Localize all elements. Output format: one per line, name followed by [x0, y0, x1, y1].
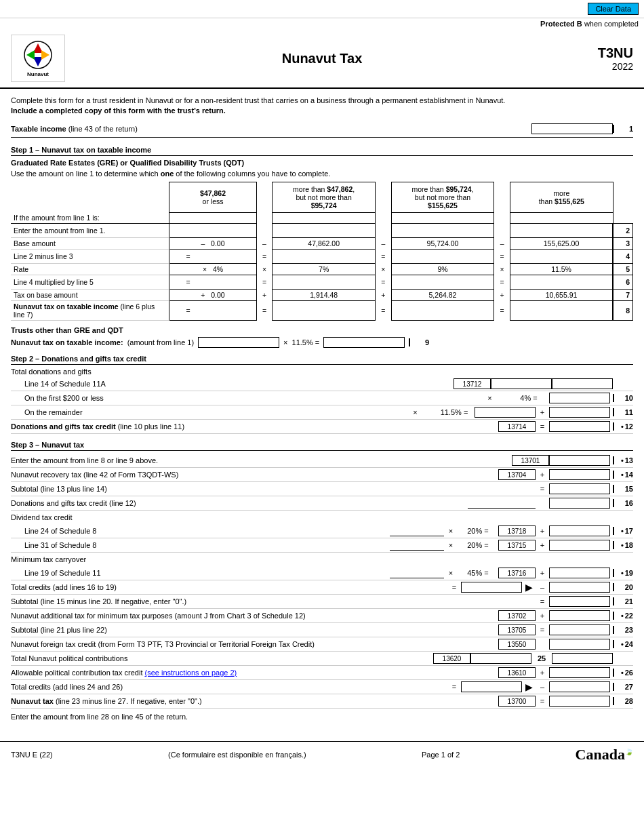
table-row: Rate × 4% × 7% × 9% × 11.5% 5 — [11, 264, 633, 275]
table-row: Nunavut tax on taxable income (line 6 pl… — [11, 301, 633, 321]
taxable-income-sublabel: (line 43 of the return) — [68, 125, 138, 133]
trusts-other-label: Nunavut tax on taxable income: — [11, 338, 123, 346]
input-19a[interactable] — [390, 568, 444, 578]
step2-title: Step 2 – Donations and gifts tax credit — [11, 355, 633, 365]
line-10-number: 10 — [613, 394, 633, 402]
input-line21[interactable] — [549, 596, 610, 607]
line-12-number: 12 — [613, 422, 633, 431]
step2-row-donations-credit: Donations and gifts tax credit (line 10 … — [11, 420, 633, 434]
input-13704[interactable] — [549, 469, 610, 480]
input-13712[interactable] — [491, 378, 552, 389]
line-21-number: 21 — [613, 597, 633, 605]
step1-subtitle: Graduated Rate Estates (GRE) or Qualifie… — [11, 159, 633, 167]
step3-row-24: Nunavut foreign tax credit (from Form T3… — [11, 637, 633, 652]
step2-row-remainder: On the remainder × 11.5% = + 11 — [11, 405, 633, 420]
line-9-number: 9 — [409, 338, 429, 346]
input-13620[interactable] — [470, 653, 531, 664]
step2-row-11a: Line 14 of Schedule 11A 13712 — [11, 377, 633, 391]
line-17-number: 17 — [613, 527, 633, 535]
input-13701[interactable] — [549, 455, 610, 466]
line-28-number: 28 — [613, 697, 633, 705]
input-18a[interactable] — [390, 540, 444, 551]
line28-note: Enter the amount from line 28 on line 45… — [11, 713, 633, 721]
trusts-other-section: Trusts other than GRE and QDT Nunavut ta… — [11, 326, 633, 348]
code-13714: 13714 — [498, 421, 536, 432]
input-line11[interactable] — [475, 407, 536, 418]
step3-row-13: Enter the amount from line 8 or line 9 a… — [11, 454, 633, 468]
step3-row-14: Nunavut recovery tax (line 42 of Form T3… — [11, 468, 633, 482]
form-header: Nunavut Nunavut Tax T3NU 2022 — [0, 29, 644, 89]
taxable-income-row: Taxable income (line 43 of the return) 1 — [11, 123, 633, 138]
trusts-other-input[interactable] — [198, 337, 279, 348]
input-line25-right[interactable] — [552, 653, 613, 664]
footer-page: Page 1 of 2 — [422, 751, 460, 759]
step3-row-25: Total Nunavut political contributions 13… — [11, 652, 633, 666]
step3-row-22: Nunavut additional tax for minimum tax p… — [11, 609, 633, 623]
top-bar: Clear Data — [0, 0, 644, 18]
input-13716[interactable] — [549, 568, 610, 578]
input-line27[interactable] — [461, 681, 522, 692]
protected-notice: Protected B when completed — [0, 18, 644, 29]
step3-row-15: Subtotal (line 13 plus line 14) = 15 — [11, 482, 633, 496]
code-13718: 13718 — [498, 525, 536, 536]
step3-row-26: Allowable political contribution tax cre… — [11, 666, 633, 680]
page-footer: T3NU E (22) (Ce formulaire est disponibl… — [0, 741, 644, 768]
input-line11-right[interactable] — [549, 407, 610, 418]
input-13550[interactable] — [549, 639, 610, 650]
step3-row-23: Subtotal (line 21 plus line 22) 13705 = … — [11, 623, 633, 637]
taxable-income-field[interactable] — [532, 124, 612, 134]
input-13715[interactable] — [549, 540, 610, 551]
input-line10[interactable] — [549, 393, 610, 403]
input-13702[interactable] — [549, 610, 610, 621]
input-13718[interactable] — [549, 525, 610, 536]
input-line20[interactable] — [461, 582, 522, 593]
trusts-other-result[interactable] — [323, 337, 405, 348]
footer-form-id: T3NU E (22) — [11, 751, 53, 759]
trusts-other-title: Trusts other than GRE and QDT — [11, 326, 633, 334]
line-15-number: 15 — [613, 485, 633, 493]
table-row: Base amount – 0.00 – 47,862.00 – 95,724.… — [11, 238, 633, 250]
clear-data-button[interactable]: Clear Data — [588, 3, 639, 15]
step3-row-21: Subtotal (line 15 minus line 20. If nega… — [11, 595, 633, 609]
input-line15[interactable] — [549, 483, 610, 494]
taxable-income-label: Taxable income — [11, 125, 66, 133]
trusts-other-amount: (amount from line 1) — [127, 338, 194, 346]
step2-section: Step 2 – Donations and gifts tax credit … — [11, 355, 633, 434]
taxable-income-input[interactable] — [531, 123, 613, 134]
code-13705: 13705 — [498, 624, 536, 635]
svg-text:Nunavut: Nunavut — [27, 71, 49, 77]
trusts-other-row: Nunavut tax on taxable income: (amount f… — [11, 337, 633, 348]
step3-title: Step 3 – Nunavut tax — [11, 441, 633, 451]
step3-div-tax-header: Dividend tax credit — [11, 511, 633, 524]
line-14-number: 14 — [613, 471, 633, 479]
input-line20-right[interactable] — [549, 582, 610, 593]
footer-french-note: (Ce formulaire est disponible en françai… — [168, 751, 306, 759]
line-20-number: 20 — [613, 583, 633, 591]
svg-marker-1 — [33, 43, 43, 53]
table-row: If the amount from line 1 is: — [11, 212, 633, 224]
input-13610[interactable] — [549, 667, 610, 678]
input-11a-right[interactable] — [552, 378, 613, 389]
input-line27-right[interactable] — [549, 681, 610, 692]
step1-instruction: Use the amount on line 1 to determine wh… — [11, 170, 633, 178]
line-13-number: 13 — [613, 456, 633, 464]
code-13620: 13620 — [433, 653, 470, 664]
code-13550: 13550 — [498, 639, 536, 650]
input-line16[interactable] — [468, 498, 536, 509]
code-13700: 13700 — [498, 696, 536, 707]
nunavut-logo: Nunavut — [11, 35, 65, 82]
input-13714[interactable] — [549, 421, 610, 432]
step1-title: Step 1 – Nunavut tax on taxable income — [11, 146, 633, 156]
code-13702: 13702 — [498, 610, 536, 621]
input-13705[interactable] — [549, 624, 610, 635]
line-18-number: 18 — [613, 541, 633, 549]
input-13700[interactable] — [549, 696, 610, 707]
input-17a[interactable] — [390, 525, 444, 536]
code-13712: 13712 — [454, 378, 491, 389]
line-27-number: 27 — [613, 683, 633, 691]
step3-row-16: Donations and gifts tax credit (line 12)… — [11, 496, 633, 511]
form-year: 2022 — [579, 61, 633, 72]
instructions-link[interactable]: (see instructions on page 2) — [145, 669, 237, 677]
form-title: Nunavut Tax — [65, 51, 579, 66]
input-line16-right[interactable] — [549, 498, 610, 509]
